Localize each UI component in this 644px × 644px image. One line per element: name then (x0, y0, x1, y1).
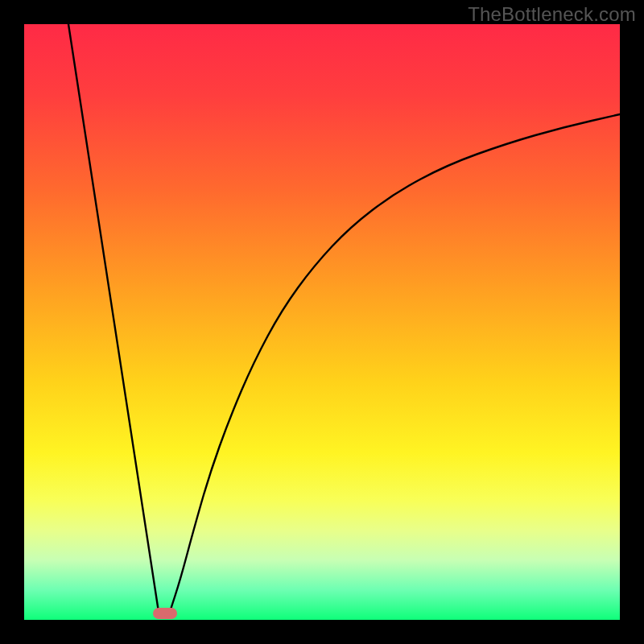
watermark-label: TheBottleneck.com (468, 3, 636, 26)
chart-frame: TheBottleneck.com (0, 0, 644, 644)
plot-area (24, 24, 620, 620)
optimum-marker (153, 608, 177, 619)
bottleneck-curve (24, 24, 620, 620)
curve-path (68, 24, 620, 613)
